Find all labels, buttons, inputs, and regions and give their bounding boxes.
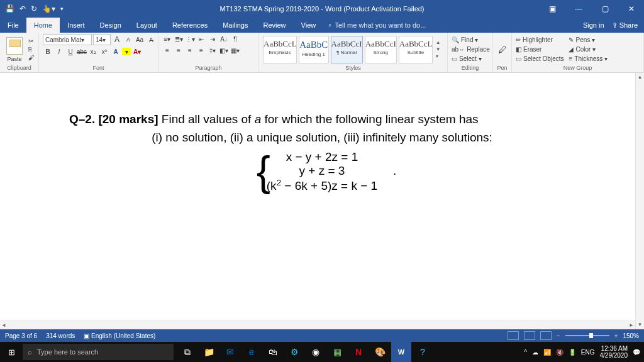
styles-more-icon[interactable]: ▲▼▾ — [436, 40, 443, 59]
app-store-icon[interactable]: 🛍 — [263, 342, 283, 362]
language-indicator[interactable]: ▣ English (United States) — [84, 332, 155, 339]
tab-mailings[interactable]: Mailings — [215, 18, 255, 33]
app-explorer-icon[interactable]: 📁 — [199, 342, 219, 362]
pens-button[interactable]: ✎ Pens ▾ — [569, 36, 608, 45]
pen-icon[interactable]: 🖊 — [498, 45, 507, 55]
app-chrome-icon[interactable]: ◉ — [306, 342, 326, 362]
justify-icon[interactable]: ≡ — [196, 45, 206, 55]
select-button[interactable]: ▭ Select ▾ — [452, 55, 490, 63]
web-layout-icon[interactable] — [540, 331, 552, 340]
undo-icon[interactable]: ↶ — [19, 4, 26, 13]
tray-clock[interactable]: 12:36 AM 4/29/2020 — [600, 345, 628, 359]
start-button[interactable]: ⊞ — [0, 348, 23, 357]
word-count[interactable]: 314 words — [46, 332, 75, 339]
line-spacing-icon[interactable]: ‡▾ — [208, 45, 218, 55]
borders-icon[interactable]: ▦▾ — [230, 45, 240, 55]
numbering-icon[interactable]: ≣▾ — [174, 34, 184, 44]
shrink-font-icon[interactable]: A — [123, 35, 133, 45]
app-generic-icon[interactable]: ▦ — [327, 342, 347, 362]
align-right-icon[interactable]: ≡ — [185, 45, 195, 55]
multilevel-icon[interactable]: ⋮▾ — [185, 34, 195, 44]
tab-review[interactable]: Review — [256, 18, 294, 33]
highlight-button[interactable]: ▾ — [122, 48, 131, 55]
sign-in-link[interactable]: Sign in — [583, 21, 604, 30]
grow-font-icon[interactable]: A — [112, 35, 122, 45]
clear-format-icon[interactable]: A̶ — [146, 35, 156, 45]
style-normal[interactable]: AaBbCcI¶ Normal — [331, 36, 363, 63]
tray-wifi-icon[interactable]: 📶 — [543, 349, 551, 356]
tab-insert[interactable]: Insert — [60, 18, 92, 33]
save-icon[interactable]: 💾 — [5, 4, 14, 13]
app-settings-icon[interactable]: ⚙ — [284, 342, 304, 362]
tray-onedrive-icon[interactable]: ☁ — [532, 349, 538, 356]
share-button[interactable]: ⇪ Share — [612, 21, 638, 30]
thickness-button[interactable]: ≡ Thickness ▾ — [569, 55, 608, 63]
tell-me-search[interactable]: ♀ Tell me what you want to do... — [327, 21, 426, 29]
app-help-icon[interactable]: ? — [413, 342, 433, 362]
style-strong[interactable]: AaBbCcIStrong — [365, 36, 397, 63]
read-mode-icon[interactable] — [508, 331, 519, 340]
tray-lang[interactable]: ENG — [581, 349, 595, 356]
vertical-scrollbar[interactable]: ▲▼ — [635, 73, 644, 329]
subscript-button[interactable]: x₂ — [88, 47, 98, 57]
text-effects-button[interactable]: A — [111, 47, 121, 57]
zoom-out-icon[interactable]: − — [557, 332, 560, 339]
task-view-icon[interactable]: ⧉ — [177, 342, 197, 362]
eraser-button[interactable]: ◧ Eraser — [516, 45, 564, 54]
style-emphasis[interactable]: AaBbCcLEmphasis — [263, 36, 297, 63]
shading-icon[interactable]: ◧▾ — [219, 45, 229, 55]
paste-button[interactable]: Paste — [4, 37, 25, 62]
sort-icon[interactable]: A↓ — [219, 34, 229, 44]
tray-notifications-icon[interactable]: 💬 — [633, 349, 640, 356]
horizontal-scrollbar[interactable] — [0, 321, 635, 329]
font-size-combo[interactable]: 14 ▾ — [93, 34, 111, 45]
app-paint-icon[interactable]: 🎨 — [370, 342, 390, 362]
find-button[interactable]: 🔍 Find ▾ — [452, 36, 490, 45]
tab-home[interactable]: Home — [26, 18, 60, 33]
document-area[interactable]: Q–2. [20 marks] Find all values of a for… — [0, 73, 644, 329]
replace-button[interactable]: ab↔ Replace — [452, 45, 490, 54]
color-button[interactable]: ◢ Color ▾ — [569, 45, 608, 54]
align-left-icon[interactable]: ≡ — [162, 45, 172, 55]
taskbar-search[interactable]: ⌕ Type here to search — [23, 344, 174, 360]
tab-file[interactable]: File — [0, 18, 26, 33]
superscript-button[interactable]: x² — [99, 47, 109, 57]
page-indicator[interactable]: Page 3 of 6 — [5, 332, 37, 339]
tab-view[interactable]: View — [294, 18, 324, 33]
qat-more-icon[interactable]: ▾ — [60, 6, 64, 12]
tray-up-icon[interactable]: ^ — [524, 349, 527, 356]
format-painter-icon[interactable]: 🖌 — [28, 54, 35, 62]
close-icon[interactable]: ✕ — [619, 0, 644, 18]
minimize-icon[interactable]: — — [566, 0, 591, 18]
zoom-in-icon[interactable]: + — [614, 332, 618, 339]
copy-icon[interactable]: ⎘ — [28, 46, 35, 53]
tab-design[interactable]: Design — [92, 18, 129, 33]
tab-layout[interactable]: Layout — [129, 18, 165, 33]
print-layout-icon[interactable] — [524, 331, 535, 340]
app-edge-icon[interactable]: e — [242, 342, 262, 362]
increase-indent-icon[interactable]: ⇥ — [208, 34, 218, 44]
app-word-icon[interactable]: W — [391, 342, 411, 362]
strike-button[interactable]: abc — [77, 47, 87, 57]
italic-button[interactable]: I — [54, 47, 64, 57]
change-case-icon[interactable]: Aa — [135, 35, 145, 45]
style-heading1[interactable]: AaBbCHeading 1 — [299, 36, 329, 63]
tab-references[interactable]: References — [165, 18, 215, 33]
bold-button[interactable]: B — [43, 47, 53, 57]
redo-icon[interactable]: ↻ — [31, 4, 37, 13]
cut-icon[interactable]: ✂ — [28, 38, 35, 45]
underline-button[interactable]: U — [65, 47, 75, 57]
show-marks-icon[interactable]: ¶ — [230, 34, 240, 44]
ribbon-display-icon[interactable]: ▣ — [540, 0, 565, 18]
zoom-level[interactable]: 150% — [623, 332, 639, 339]
select-objects-button[interactable]: ▭ Select Objects — [516, 55, 564, 63]
font-name-combo[interactable]: Cambria Mat ▾ — [43, 34, 92, 45]
decrease-indent-icon[interactable]: ⇤ — [196, 34, 206, 44]
app-netflix-icon[interactable]: N — [348, 342, 369, 362]
bullets-icon[interactable]: ≡▾ — [162, 34, 172, 44]
maximize-icon[interactable]: ▢ — [592, 0, 618, 18]
zoom-slider[interactable] — [565, 335, 609, 336]
app-mail-icon[interactable]: ✉ — [220, 342, 240, 362]
touch-mode-icon[interactable]: 👆▾ — [42, 4, 55, 13]
tray-volume-icon[interactable]: 🔇 — [556, 349, 564, 356]
